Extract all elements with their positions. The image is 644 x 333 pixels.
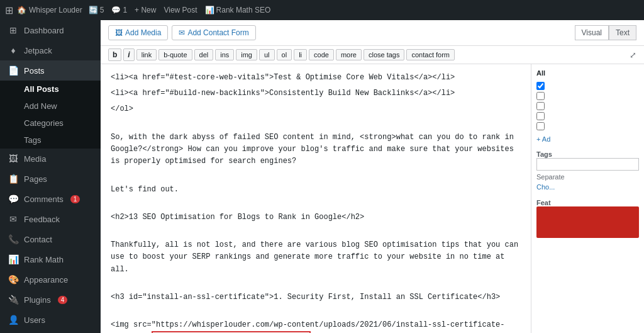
rs-checkbox-input-4[interactable] [536,112,545,120]
sidebar: ⊞ Dashboard ♦ Jetpack 📄 Posts All Posts … [0,20,101,333]
sidebar-item-posts[interactable]: 📄 Posts [0,60,101,81]
editor-line-2: <li><a href="#build-new-backlinks">Consi… [111,87,521,99]
sidebar-sub-item-all-posts[interactable]: All Posts [0,81,101,98]
appearance-icon: 🎨 [8,274,19,285]
sidebar-sub-item-add-new[interactable]: Add New [0,98,101,115]
bold-button[interactable]: b [108,48,121,61]
sidebar-item-rank-math[interactable]: 📊 Rank Math [0,249,101,269]
sidebar-sub-item-categories[interactable]: Categories [0,115,101,132]
right-sidebar: All [531,64,644,333]
rs-sep-label: Separate [536,173,639,181]
editor-line-5: Let's find out. [111,184,521,196]
editor-main[interactable]: <li><a href="#test-core-web-vitals">Test… [101,64,531,333]
li-button[interactable]: li [294,49,307,60]
rs-checkbox-1 [536,82,639,90]
rs-checkbox-4 [536,112,639,120]
feedback-icon: ✉ [8,214,19,224]
more-button[interactable]: more [336,49,362,60]
editor-line-4: So, with the dark abyss of failed SEO co… [111,132,521,168]
admin-bar-items: 🔄 5 💬 1 + New View Post 📊 Rank Math SEO [89,6,271,14]
view-post-item[interactable]: View Post [164,6,197,14]
site-name[interactable]: 🏠 Whisper Louder [17,6,82,14]
sidebar-sub-item-tags[interactable]: Tags [0,132,101,149]
sidebar-item-appearance[interactable]: 🎨 Appearance [0,269,101,290]
editor-line-8: <h3 id="install-an-ssl-certificate">1. S… [111,291,521,303]
updates-item[interactable]: 🔄 5 [89,6,104,14]
sidebar-item-users[interactable]: 👤 Users [0,310,101,330]
rs-choose-tags-link[interactable]: Cho... [536,183,555,191]
editor-line-3: </ol> [111,103,521,115]
rs-tags-input[interactable] [536,158,639,171]
link-button[interactable]: link [136,49,157,60]
add-media-button[interactable]: 🖼 Add Media [108,25,168,40]
rank-math-item[interactable]: 📊 Rank Math SEO [205,6,271,14]
editor-line-9: <img src="https://whisperlouder.com/wp-c… [111,319,521,333]
rs-checkbox-5 [536,122,639,130]
contact-form-icon: ✉ [179,28,185,37]
ol-button[interactable]: ol [277,49,292,60]
admin-bar: ⊞ 🏠 Whisper Louder 🔄 5 💬 1 + New View Po… [0,0,644,20]
wp-layout: ⊞ Dashboard ♦ Jetpack 📄 Posts All Posts … [0,20,644,333]
rs-checkbox-input-2[interactable] [536,92,545,100]
dashboard-icon: ⊞ [8,25,19,35]
editor-line-1: <li><a href="#test-core-web-vitals">Test… [111,72,521,84]
rs-checkbox-input-3[interactable] [536,102,545,110]
sidebar-item-tools[interactable]: 🔧 Tools [0,330,101,333]
rs-featured-image [536,206,639,238]
sidebar-item-pages[interactable]: 📋 Pages [0,169,101,189]
rs-checkbox-2 [536,92,639,100]
text-view-button[interactable]: Text [609,25,636,40]
italic-button[interactable]: i [123,48,134,61]
editor-line-7: Thankfully, all is not lost, and there a… [111,239,521,276]
posts-icon: 📄 [8,65,19,76]
rs-checkbox-input-5[interactable] [536,122,545,130]
alt-text-highlight: alt="Install SSL for SEO Benefits" [152,331,311,333]
bquote-button[interactable]: b-quote [158,49,192,60]
sidebar-item-media[interactable]: 🖼 Media [0,149,101,169]
comments-icon: 💬 [8,194,19,204]
sidebar-item-dashboard[interactable]: ⊞ Dashboard [0,20,101,40]
rs-all-label: All [536,69,639,77]
ul-button[interactable]: ul [259,49,275,60]
ins-button[interactable]: ins [215,49,234,60]
rs-checkbox-input-1[interactable] [536,82,545,90]
rank-math-icon: 📊 [205,6,214,14]
sidebar-posts-submenu: All Posts Add New Categories Tags [0,81,101,149]
plugins-icon: 🔌 [8,295,19,305]
editor-toolbar: 🖼 Add Media ✉ Add Contact Form Visual Te… [101,20,644,46]
contact-form-button[interactable]: contact form [406,49,455,60]
sidebar-item-contact[interactable]: 📞 Contact [0,229,101,249]
add-contact-form-button[interactable]: ✉ Add Contact Form [172,25,255,40]
add-media-icon: 🖼 [115,28,123,37]
rs-tags-section: Tags Separate Cho... [536,148,639,191]
rs-add-link[interactable]: + Ad [536,135,639,143]
comment-icon: 💬 [111,6,121,14]
plugins-badge: 4 [58,296,68,304]
users-icon: 👤 [8,315,19,325]
sidebar-item-comments[interactable]: 💬 Comments 1 [0,189,101,209]
img-button[interactable]: img [236,49,257,60]
sidebar-item-jetpack[interactable]: ♦ Jetpack [0,40,101,60]
del-button[interactable]: del [194,49,214,60]
code-button[interactable]: code [309,49,334,60]
sidebar-item-feedback[interactable]: ✉ Feedback [0,209,101,229]
rs-checkboxes [536,82,639,130]
comments-badge: 1 [70,195,80,203]
editor-line-6: <h2>13 SEO Optimisation for Blogs to Ran… [111,212,521,223]
rs-checkbox-3 [536,102,639,110]
rs-featured-section: Feat [536,196,639,238]
close-tags-button[interactable]: close tags [364,49,405,60]
view-toggle: Visual Text [575,25,636,40]
new-content-item[interactable]: + New [135,6,156,14]
main-content: 🖼 Add Media ✉ Add Contact Form Visual Te… [101,20,644,333]
visual-view-button[interactable]: Visual [575,25,609,40]
rs-tags-title: Tags [536,150,639,158]
expand-icon[interactable]: ⤢ [630,50,636,60]
sidebar-item-plugins[interactable]: 🔌 Plugins 4 [0,290,101,310]
contact-icon: 📞 [8,234,19,244]
rs-feat-title: Feat [536,199,639,206]
comments-item[interactable]: 💬 1 [111,6,127,14]
site-house-icon: 🏠 [17,6,26,14]
pages-icon: 📋 [8,174,19,184]
wp-logo-icon[interactable]: ⊞ [5,4,13,16]
